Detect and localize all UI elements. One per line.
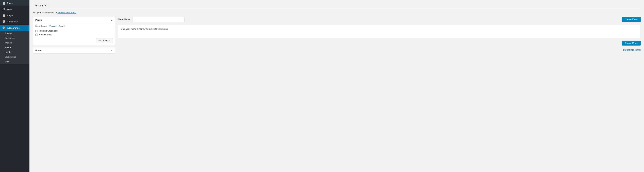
sub-tab-most-recent[interactable]: Most Recent (35, 25, 47, 28)
sidebar-item-customize[interactable]: Customize (0, 36, 30, 41)
appearance-icon: 🎨 (2, 26, 6, 30)
comments-icon: 💬 (2, 20, 6, 23)
sidebar-item-background[interactable]: Background (0, 55, 30, 59)
main-content: Edit Menus Edit your menu below, or crea… (30, 0, 644, 172)
bottom-create-row: Create Menu (118, 41, 641, 46)
pages-sub-tabs: Most Recent View All Search (35, 25, 113, 28)
menu-hint-box: Give your menu a name, then click Create… (118, 25, 641, 38)
pages-icon: 📋 (2, 14, 6, 17)
sidebar-item-pages[interactable]: 📋 Pages (0, 12, 30, 19)
sidebar-item-widgets[interactable]: Widgets (0, 41, 30, 45)
create-menu-button-bottom[interactable]: Create Menu (622, 41, 641, 46)
sub-tab-search[interactable]: Search (58, 25, 65, 28)
sidebar-item-header[interactable]: Header (0, 50, 30, 55)
sidebar-appearance-header[interactable]: 🎨 Appearance (0, 25, 30, 31)
menu-name-label: Menu Name (118, 18, 130, 21)
sidebar-item-themes[interactable]: Themes (0, 31, 30, 36)
sidebar-item-editor[interactable]: Editor (0, 59, 30, 64)
intro-text: Edit your menu below, or create a new me… (33, 11, 641, 14)
sub-tab-view-all[interactable]: View All (49, 25, 56, 28)
media-icon: 🖼 (2, 8, 5, 11)
menu-name-input[interactable] (132, 17, 184, 22)
create-new-menu-link[interactable]: create a new menu (58, 11, 76, 14)
tabs-row: Edit Menus (33, 3, 641, 8)
manage-link-row: Mengelola Menu (118, 49, 641, 51)
pages-panel-body: Most Recent View All Search Tentang Orga… (33, 23, 115, 45)
tab-edit-menus[interactable]: Edit Menus (33, 3, 49, 8)
sidebar-item-menus[interactable]: Menus (0, 45, 30, 50)
sidebar: 📄 Posts 🖼 Media 📋 Pages 💬 Comments 🎨 App… (0, 0, 30, 172)
two-col-layout: Pages ▲ Most Recent View All Search (33, 17, 641, 54)
checkbox-item-tentang[interactable]: Tentang Organisasi (35, 30, 113, 32)
checkbox-sample[interactable] (35, 34, 38, 36)
posts-icon: 📄 (2, 2, 6, 5)
right-panel: Menu Name Create Menu Give your menu a n… (118, 17, 641, 51)
add-to-menu-button[interactable]: Add to Menu (96, 38, 113, 43)
left-panel: Pages ▲ Most Recent View All Search (33, 17, 115, 54)
create-menu-button-top[interactable]: Create Menu (622, 17, 641, 22)
sidebar-item-media[interactable]: 🖼 Media (0, 6, 30, 12)
pages-panel: Pages ▲ Most Recent View All Search (33, 17, 115, 45)
sidebar-item-comments[interactable]: 💬 Comments (0, 19, 30, 25)
manage-menu-link[interactable]: Mengelola Menu (623, 49, 641, 51)
posts-panel: Posts ▼ (33, 47, 115, 54)
sidebar-item-posts[interactable]: 📄 Posts (0, 0, 30, 6)
pages-checkbox-list: Tentang Organisasi Sample Page (35, 30, 113, 36)
pages-panel-header[interactable]: Pages ▲ (33, 17, 115, 23)
appearance-submenu: Themes Customize Widgets Menus Header Ba… (0, 31, 30, 64)
chevron-up-icon: ▲ (111, 19, 113, 21)
posts-panel-header[interactable]: Posts ▼ (33, 47, 115, 53)
checkbox-item-sample[interactable]: Sample Page (35, 33, 113, 36)
checkbox-tentang[interactable] (35, 30, 38, 32)
content-area: Edit Menus Edit your menu below, or crea… (30, 0, 644, 172)
chevron-down-icon: ▼ (111, 49, 113, 52)
menu-name-row: Menu Name Create Menu (118, 17, 641, 22)
